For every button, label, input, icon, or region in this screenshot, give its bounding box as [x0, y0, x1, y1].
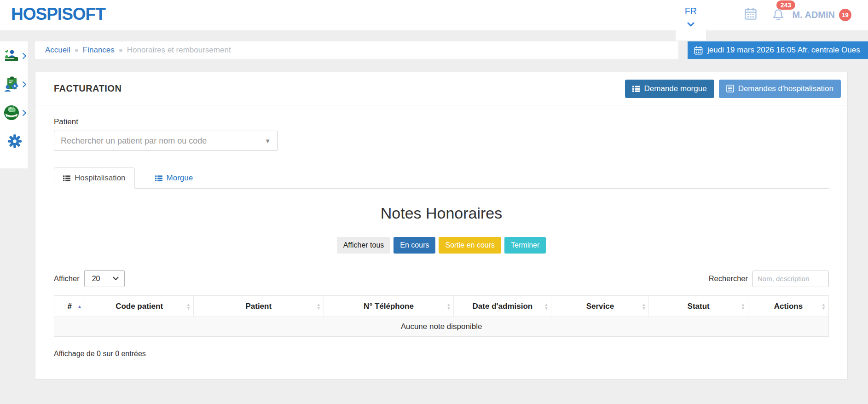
page-size-label: Afficher — [54, 274, 80, 283]
col-header-actions[interactable]: Actions▲▼ — [748, 296, 828, 317]
table-search-control: Rechercher — [709, 271, 829, 287]
patient-field-label: Patient — [54, 117, 829, 127]
card-title: FACTURATION — [54, 83, 122, 94]
chevron-down-icon — [113, 277, 119, 281]
app-logo[interactable]: HOSPISOFT — [11, 5, 105, 24]
bell-icon — [771, 8, 785, 22]
section-title: Notes Honoraires — [54, 204, 829, 222]
user-count-badge: 19 — [839, 9, 851, 21]
finance-icon-label: FINANCE — [6, 115, 17, 118]
chevron-right-icon — [22, 81, 27, 88]
sort-icons: ▲▼ — [186, 303, 191, 310]
col-header-code-patient[interactable]: Code patient▲▼ — [85, 296, 194, 317]
page-size-control: Afficher 20 — [54, 270, 125, 287]
sidebar-item-admissions[interactable] — [0, 70, 28, 98]
list-alt-icon — [726, 85, 734, 92]
card-header-actions: Demande morgue Demandes d'hospitalisatio… — [625, 80, 841, 98]
chevron-right-icon — [22, 52, 27, 59]
tab-morgue-label: Morgue — [167, 173, 193, 183]
breadcrumb-row: Accueil Finances Honoraires et rembourse… — [35, 41, 868, 59]
patient-search-placeholder: Rechercher un patient par nom ou code — [61, 136, 207, 146]
sidebar: FINANCE — [0, 41, 28, 168]
demandes-hospitalisation-button[interactable]: Demandes d'hospitalisation — [719, 80, 841, 98]
empty-row: Aucune note disponible — [54, 317, 829, 337]
search-label: Rechercher — [709, 274, 748, 283]
sort-asc-icon: ▲ — [77, 304, 82, 309]
breadcrumb-separator — [119, 49, 122, 52]
list-icon — [632, 85, 640, 92]
card-body: Patient Rechercher un patient par nom ou… — [35, 105, 847, 379]
finance-icon: FINANCE — [3, 104, 20, 121]
filter-sortie-en-cours-button[interactable]: Sortie en cours — [439, 237, 501, 254]
hospitalisation-icon — [3, 47, 20, 64]
calendar-button[interactable] — [744, 7, 758, 23]
tab-hospitalisation-label: Hospitalisation — [75, 173, 126, 183]
sort-icons: ▲▼ — [642, 303, 646, 310]
breadcrumb-accueil[interactable]: Accueil — [45, 46, 70, 55]
sort-icons: ▲▼ — [317, 303, 321, 310]
breadcrumb-finances[interactable]: Finances — [83, 46, 115, 55]
table-search-input[interactable] — [752, 271, 829, 287]
tab-bar: Hospitalisation Morgue — [54, 167, 829, 189]
language-label: FR — [685, 6, 697, 17]
sort-icons: ▲▼ — [446, 303, 451, 310]
card-header: FACTURATION Demande morgue Demandes d'ho… — [35, 72, 847, 105]
chevron-down-icon — [687, 22, 694, 27]
filter-terminer-button[interactable]: Terminer — [504, 237, 546, 254]
demande-morgue-button[interactable]: Demande morgue — [625, 80, 714, 98]
tab-morgue[interactable]: Morgue — [146, 167, 203, 189]
user-menu[interactable]: M. ADMIN 19 — [792, 9, 851, 21]
sort-icons: ▲▼ — [544, 303, 549, 310]
sidebar-item-finance[interactable]: FINANCE — [0, 98, 28, 127]
col-header-patient[interactable]: Patient▲▼ — [193, 296, 324, 317]
sort-icons: ▲▼ — [741, 303, 745, 310]
page-size-value: 20 — [92, 275, 100, 283]
chevron-right-icon — [22, 110, 27, 116]
col-header-statut[interactable]: Statut▲▼ — [649, 296, 748, 317]
page-size-select[interactable]: 20 — [84, 270, 125, 287]
empty-message: Aucune note disponible — [54, 317, 829, 337]
user-name: M. ADMIN — [792, 10, 835, 20]
notes-table: #▲ Code patient▲▼ Patient▲▼ N° Téléphone… — [54, 295, 829, 337]
demandes-hospitalisation-label: Demandes d'hospitalisation — [738, 84, 833, 93]
admissions-settings-icon — [3, 76, 20, 92]
breadcrumb-current: Honoraires et remboursement — [127, 46, 231, 55]
list-icon — [155, 175, 162, 182]
patient-search-select[interactable]: Rechercher un patient par nom ou code ▼ — [54, 131, 278, 151]
tab-hospitalisation[interactable]: Hospitalisation — [54, 167, 135, 189]
col-header-telephone[interactable]: N° Téléphone▲▼ — [324, 296, 454, 317]
top-bar: HOSPISOFT FR 243 M. ADMIN 19 — [0, 0, 868, 30]
table-controls: Afficher 20 Rechercher — [54, 270, 829, 287]
breadcrumb: Accueil Finances Honoraires et rembourse… — [35, 41, 678, 59]
col-header-service[interactable]: Service▲▼ — [551, 296, 649, 317]
filter-en-cours-button[interactable]: En cours — [393, 237, 435, 254]
facturation-card: FACTURATION Demande morgue Demandes d'ho… — [35, 72, 848, 380]
notifications-count-badge: 243 — [776, 0, 795, 10]
breadcrumb-separator — [75, 49, 78, 52]
table-header-row: #▲ Code patient▲▼ Patient▲▼ N° Téléphone… — [54, 296, 829, 317]
list-icon — [63, 175, 70, 182]
sort-icons: ▲▼ — [822, 303, 826, 310]
datetime-text: jeudi 19 mars 2026 16:05 Afr. centrale O… — [707, 46, 860, 55]
table-summary: Affichage de 0 sur 0 entrées — [54, 350, 829, 379]
col-header-date-admission[interactable]: Date d'admision▲▼ — [454, 296, 551, 317]
notifications-button[interactable] — [771, 8, 785, 24]
sidebar-item-settings[interactable] — [0, 127, 28, 156]
filter-afficher-tous-button[interactable]: Afficher tous — [337, 237, 391, 254]
sidebar-item-hospitalisation[interactable] — [0, 41, 28, 70]
settings-gear-icon — [7, 133, 23, 149]
calendar-icon — [694, 46, 703, 55]
col-header-index[interactable]: #▲ — [54, 296, 85, 317]
datetime-banner: jeudi 19 mars 2026 16:05 Afr. centrale O… — [688, 41, 868, 59]
calendar-icon — [744, 7, 758, 21]
caret-down-icon: ▼ — [265, 138, 271, 144]
language-selector[interactable]: FR — [676, 0, 706, 40]
demande-morgue-label: Demande morgue — [644, 84, 707, 93]
status-filter-group: Afficher tous En cours Sortie en cours T… — [54, 237, 829, 254]
